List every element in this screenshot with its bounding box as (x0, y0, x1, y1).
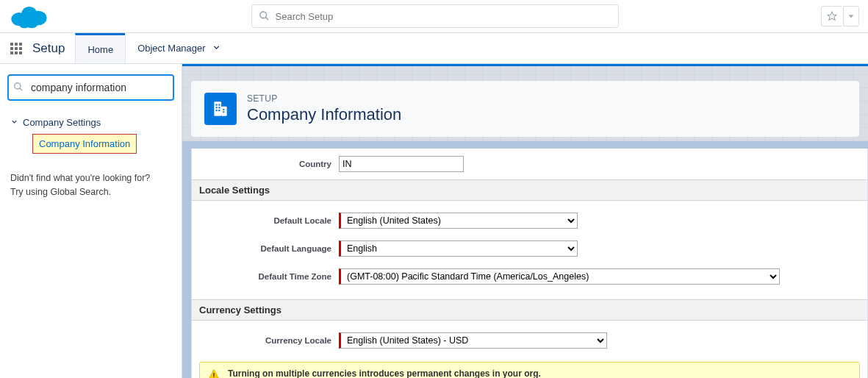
svg-line-10 (20, 88, 23, 91)
sidebar-section-label: Company Settings (23, 117, 101, 128)
svg-rect-20 (223, 111, 224, 113)
svg-rect-18 (218, 110, 220, 111)
section-locale-settings: Locale Settings (192, 179, 867, 201)
tab-object-manager[interactable]: Object Manager (125, 33, 233, 63)
content-area: SETUP Company Information Country Locale… (182, 64, 868, 378)
sidebar-item-label: Company Information (39, 138, 130, 149)
svg-point-5 (259, 12, 266, 18)
field-country-input[interactable] (339, 156, 464, 172)
salesforce-logo[interactable] (9, 3, 49, 29)
search-icon (13, 82, 24, 92)
field-default-language-label: Default Language (192, 244, 339, 253)
breadcrumb: SETUP (247, 93, 401, 104)
section-currency-settings: Currency Settings (192, 299, 867, 321)
chevron-down-icon (10, 118, 18, 127)
svg-marker-8 (849, 15, 854, 18)
favorites-button[interactable] (821, 6, 842, 26)
quick-find (7, 74, 174, 101)
svg-rect-14 (218, 104, 220, 106)
field-country-row: Country (192, 149, 867, 179)
warning-icon (207, 368, 220, 378)
setup-sidebar: Company Settings Company Information Did… (0, 64, 182, 378)
field-default-locale-select[interactable]: English (United States) (339, 213, 578, 229)
warning-line1: Turning on multiple currencies introduce… (228, 368, 541, 378)
field-default-timezone-label: Default Time Zone (192, 272, 339, 281)
field-default-language-row: Default Language English (192, 236, 867, 264)
svg-line-6 (265, 17, 268, 20)
sidebar-help-text: Didn't find what you're looking for? Try… (7, 164, 174, 199)
field-currency-locale-select[interactable]: English (United States) - USD (339, 332, 607, 349)
svg-rect-11 (214, 101, 221, 116)
nav-bar: Setup Home Object Manager (0, 33, 868, 64)
svg-rect-17 (216, 110, 218, 111)
tab-home[interactable]: Home (75, 33, 125, 63)
tab-object-manager-label: Object Manager (137, 43, 206, 54)
header-actions (821, 6, 859, 26)
svg-rect-19 (223, 109, 224, 110)
app-launcher[interactable]: Setup (0, 33, 75, 63)
svg-rect-16 (218, 107, 220, 108)
svg-point-4 (18, 18, 30, 28)
svg-marker-7 (828, 12, 836, 20)
field-default-timezone-row: Default Time Zone (GMT-08:00) Pacific St… (192, 264, 867, 292)
page-title: Company Information (247, 105, 401, 124)
field-currency-locale-row: Currency Locale English (United States) … (192, 328, 867, 356)
field-currency-locale-label: Currency Locale (192, 336, 339, 345)
svg-rect-13 (216, 104, 218, 106)
svg-rect-22 (213, 373, 215, 377)
favorites-dropdown[interactable] (843, 6, 859, 26)
field-default-locale-label: Default Locale (192, 216, 339, 225)
sidebar-section-company-settings[interactable]: Company Settings (10, 114, 171, 131)
tab-home-label: Home (87, 44, 113, 55)
waffle-icon (10, 43, 22, 54)
field-default-language-select[interactable]: English (339, 240, 578, 257)
building-icon (204, 93, 237, 125)
sidebar-help-line1: Didn't find what you're looking for? (10, 171, 171, 185)
chevron-down-icon (212, 43, 221, 54)
field-default-timezone-select[interactable]: (GMT-08:00) Pacific Standard Time (Ameri… (339, 268, 780, 285)
detail-panel: Country Locale Settings Default Locale E… (191, 149, 868, 378)
sidebar-help-line2: Try using Global Search. (10, 185, 171, 199)
search-icon (259, 10, 270, 21)
page-header: SETUP Company Information (191, 81, 859, 137)
svg-point-9 (15, 83, 21, 89)
quick-find-input[interactable] (7, 74, 174, 101)
svg-rect-15 (216, 107, 218, 108)
multi-currency-warning: Turning on multiple currencies introduce… (199, 362, 860, 378)
sidebar-item-company-information[interactable]: Company Information (32, 134, 137, 154)
field-country-label: Country (192, 160, 339, 168)
global-header (0, 0, 868, 33)
global-search-input[interactable] (251, 4, 619, 28)
global-search (251, 4, 619, 28)
field-default-locale-row: Default Locale English (United States) (192, 208, 867, 236)
app-name: Setup (32, 41, 65, 56)
